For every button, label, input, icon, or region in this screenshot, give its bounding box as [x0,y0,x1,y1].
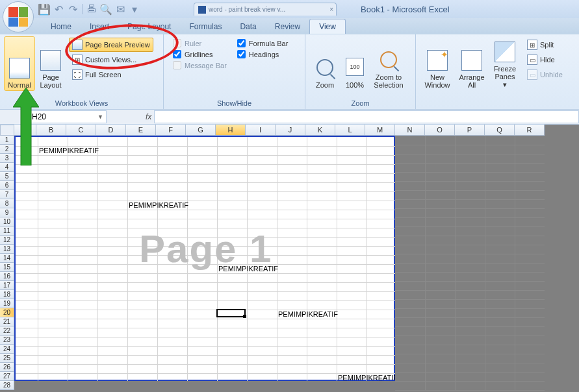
grid-area[interactable]: Page 1PEMIMPIKREATIFPEMIMPIKREATIFPEMIMP… [14,136,545,390]
formula-input[interactable] [154,110,579,123]
col-header-J[interactable]: J [276,125,305,136]
col-header-P[interactable]: P [455,125,485,136]
group-label-show-hide: Show/Hide [168,98,301,109]
col-header-E[interactable]: E [126,125,156,136]
col-header-L[interactable]: L [335,125,365,136]
custom-views-button[interactable]: ⊞ Custom Views... [69,53,153,67]
page-layout-button[interactable]: Page Layout [35,36,66,91]
row-header-14[interactable]: 14 [0,254,14,263]
row-header-16[interactable]: 16 [0,272,14,281]
formula-bar-checkbox[interactable]: Formula Bar [237,39,289,47]
col-header-M[interactable]: M [365,125,395,136]
qat-mail-icon[interactable]: ✉ [114,3,127,16]
row-header-23[interactable]: 23 [0,336,14,345]
row-header-8[interactable]: 8 [0,199,14,208]
tab-data[interactable]: Data [231,19,265,34]
col-header-I[interactable]: I [246,125,276,136]
col-header-C[interactable]: C [66,125,96,136]
group-label-window [420,106,575,109]
group-zoom: Zoom 100 100% Zoom to Selection Zoom [305,34,416,109]
tab-insert[interactable]: Insert [81,19,118,34]
row-header-10[interactable]: 10 [0,217,14,227]
split-button[interactable]: ⊞Split [524,38,566,52]
row-header-24[interactable]: 24 [0,345,14,354]
col-header-K[interactable]: K [305,125,335,136]
col-header-O[interactable]: O [425,125,455,136]
cell-H15[interactable]: PEMIMPIKREATIF [218,265,278,273]
row-header-26[interactable]: 26 [0,363,14,372]
row-header-17[interactable]: 17 [0,281,14,290]
row-header-9[interactable]: 9 [0,208,14,217]
qat-redo-icon[interactable]: ↷ [66,3,79,16]
tab-review[interactable]: Review [266,19,309,34]
col-header-N[interactable]: N [395,125,425,136]
qat-preview-icon[interactable]: 🔍 [99,3,112,16]
gridlines-checkbox[interactable]: Gridlines [173,50,227,58]
row-header-28[interactable]: 28 [0,381,14,390]
name-box[interactable]: H20 ▼ [29,110,107,123]
row-header-21[interactable]: 21 [0,317,14,326]
zoom-button[interactable]: Zoom [309,36,341,91]
row-header-25[interactable]: 25 [0,354,14,363]
background-window-tab[interactable]: word - paint break view v... × [194,3,337,16]
qat-print-icon[interactable]: 🖶 [85,3,98,16]
row-header-20[interactable]: 20 [0,308,14,317]
new-window-label: New Window [423,73,452,89]
col-header-D[interactable]: D [96,125,126,136]
cell-E8[interactable]: PEMIMPIKREATIF [129,201,188,209]
qat-dropdown-icon[interactable]: ▾ [128,3,141,16]
col-header-Q[interactable]: Q [485,125,515,136]
row-header-18[interactable]: 18 [0,290,14,299]
select-all-corner[interactable] [0,125,14,136]
row-header-5[interactable]: 5 [0,172,14,181]
row-header-15[interactable]: 15 [0,263,14,272]
qat-save-icon[interactable]: 💾 [38,3,51,16]
row-header-11[interactable]: 11 [0,227,14,236]
cell-B2[interactable]: PEMIMPIKREATIF [39,147,99,154]
tab-formulas[interactable]: Formulas [180,19,231,34]
row-header-2[interactable]: 2 [0,145,14,154]
hide-button[interactable]: ▭Hide [524,53,566,67]
row-header-22[interactable]: 22 [0,326,14,336]
col-header-H[interactable]: H [216,125,246,136]
headings-checkbox[interactable]: Headings [237,50,289,58]
full-screen-button[interactable]: ⛶ Full Screen [69,67,153,82]
col-header-F[interactable]: F [156,125,186,136]
qat-undo-icon[interactable]: ↶ [52,3,65,16]
freeze-panes-button[interactable]: Freeze Panes ▾ [489,36,521,91]
ruler-checkbox: Ruler [173,39,227,47]
col-header-G[interactable]: G [186,125,216,136]
office-button[interactable] [3,1,34,32]
arrange-all-icon [461,50,482,71]
row-header-12[interactable]: 12 [0,236,14,245]
zoom-100-label: 100% [346,81,364,89]
row-header-7[interactable]: 7 [0,190,14,199]
close-icon[interactable]: × [329,6,333,13]
row-header-27[interactable]: 27 [0,372,14,381]
row-header-19[interactable]: 19 [0,299,14,308]
tab-page-layout[interactable]: Page Layout [118,19,180,34]
active-cell[interactable] [216,309,246,317]
tab-home[interactable]: Home [42,19,81,34]
arrange-all-button[interactable]: Arrange All [455,36,489,91]
app-title: Book1 - Microsoft Excel [361,5,450,14]
col-header-A[interactable]: A [14,125,36,136]
zoom-100-button[interactable]: 100 100% [341,36,369,91]
split-icon: ⊞ [527,40,537,50]
new-window-button[interactable]: ✦ New Window [420,36,455,91]
col-header-R[interactable]: R [515,125,545,136]
page-break-preview-button[interactable]: Page Break Preview [69,38,153,52]
normal-view-button[interactable]: Normal [4,36,35,91]
row-header-6[interactable]: 6 [0,181,14,190]
row-header-13[interactable]: 13 [0,245,14,254]
row-header-1[interactable]: 1 [0,136,14,145]
page-break-icon [72,40,83,50]
zoom-to-selection-button[interactable]: Zoom to Selection [369,36,408,91]
cell-J20[interactable]: PEMIMPIKREATIF [278,310,338,318]
col-header-B[interactable]: B [36,125,66,136]
row-header-4[interactable]: 4 [0,163,14,172]
name-box-dropdown-icon[interactable]: ▼ [97,114,103,120]
tab-view[interactable]: View [309,19,346,34]
fx-icon[interactable]: fx [146,112,151,121]
row-header-3[interactable]: 3 [0,154,14,163]
